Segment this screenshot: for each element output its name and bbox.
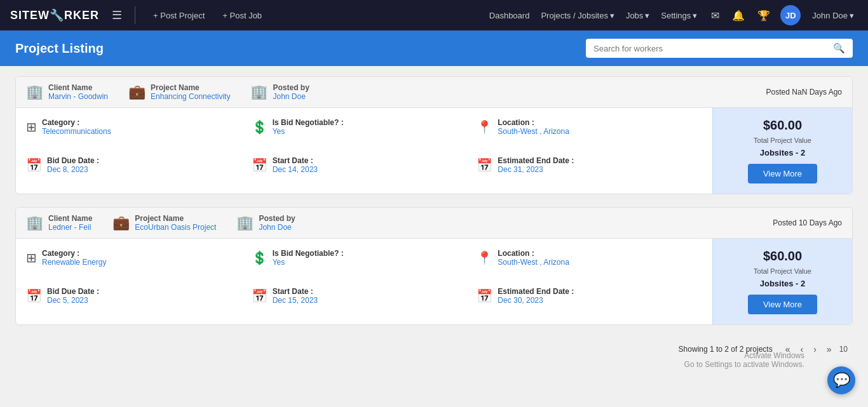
pin-icon: 📍	[477, 119, 492, 135]
project-value-1: $60.00	[763, 118, 802, 133]
calendar2-icon: 📅	[252, 157, 268, 173]
view-more-button-1[interactable]: View More	[748, 164, 817, 183]
search-icon: 🔍	[833, 43, 845, 54]
card-details-1: ⊞ Category : Telecommunications 💲 Is Bid…	[16, 108, 712, 194]
hamburger-icon[interactable]: ☰	[112, 8, 122, 22]
dollar-icon: 💲	[252, 119, 268, 135]
briefcase-icon: 💼	[128, 84, 146, 100]
last-page-button[interactable]: »	[824, 343, 834, 356]
project-value-2: $60.00	[763, 249, 802, 264]
post-job-button[interactable]: + Post Job	[217, 8, 267, 23]
calendar-icon-2: 📅	[26, 288, 42, 304]
grid-icon: ⊞	[26, 119, 37, 135]
pin-icon-2: 📍	[477, 250, 492, 265]
posted-ago-2: Posted 10 Days Ago	[773, 218, 842, 227]
avatar[interactable]: JD	[780, 5, 801, 25]
main-content: 🏢 Client Name Marvin - Goodwin 💼 Project…	[0, 66, 868, 371]
calendar3-icon-2: 📅	[477, 288, 492, 304]
nav-settings[interactable]: Settings ▾	[657, 8, 701, 23]
project-name-item-2: 💼 Project Name EcoUrban Oasis Project	[112, 214, 216, 232]
building-icon: 🏢	[26, 84, 43, 100]
showing-text: Showing 1 to 2 of 2 projects	[679, 345, 773, 354]
jobsites-label-1: Jobsites - 2	[760, 148, 806, 157]
logo[interactable]: SITEW🔧RKER	[10, 8, 99, 22]
posted-by-item-1: 🏢 Posted by John Doe	[250, 83, 309, 101]
user-name[interactable]: John Doe ▾	[808, 8, 858, 23]
posted-by-item-2: 🏢 Posted by John Doe	[236, 214, 295, 232]
project-card-2: 🏢 Client Name Ledner - Feil 💼 Project Na…	[15, 207, 853, 325]
briefcase-icon-2: 💼	[112, 215, 130, 231]
chevron-down-icon: ▾	[693, 11, 697, 20]
location-item-2: 📍 Location : South-West , Arizona	[477, 249, 702, 277]
trophy-icon[interactable]: 🏆	[755, 7, 773, 24]
logo-accent: 🔧	[50, 9, 64, 22]
view-more-button-2[interactable]: View More	[748, 295, 817, 314]
card-header-1: 🏢 Client Name Marvin - Goodwin 💼 Project…	[16, 77, 852, 108]
prev-page-button[interactable]: ‹	[798, 343, 806, 356]
posted-ago-1: Posted NaN Days Ago	[766, 88, 842, 97]
card-sidebar-2: $60.00 Total Project Value Jobsites - 2 …	[712, 239, 852, 324]
category-item-1: ⊞ Category : Telecommunications	[26, 118, 252, 146]
navbar: SITEW🔧RKER ☰ + Post Project + Post Job D…	[0, 0, 868, 30]
first-page-button[interactable]: «	[783, 343, 793, 356]
bell-icon[interactable]: 🔔	[729, 7, 747, 24]
post-project-button[interactable]: + Post Project	[148, 8, 210, 23]
search-bar: 🔍	[586, 39, 853, 58]
building2-icon: 🏢	[250, 84, 268, 100]
project-card-1: 🏢 Client Name Marvin - Goodwin 💼 Project…	[15, 76, 853, 194]
jobsites-label-2: Jobsites - 2	[760, 279, 806, 288]
project-name-item-1: 💼 Project Name Enhancing Connectivity	[128, 83, 230, 101]
total-label-1: Total Project Value	[754, 137, 811, 144]
pagination: Showing 1 to 2 of 2 projects « ‹ › » 10	[15, 338, 853, 361]
page-title: Project Listing	[15, 41, 586, 56]
calendar-icon: 📅	[26, 157, 42, 173]
chevron-down-icon: ▾	[645, 11, 649, 20]
bid-item-2: 💲 Is Bid Negotiable? : Yes	[252, 249, 477, 277]
chevron-down-icon: ▾	[610, 11, 614, 20]
end-date-item-2: 📅 Estimated End Date : Dec 30, 2023	[477, 287, 702, 315]
card-body-1: ⊞ Category : Telecommunications 💲 Is Bid…	[16, 108, 852, 194]
building-icon-2: 🏢	[26, 215, 43, 231]
location-item-1: 📍 Location : South-West , Arizona	[477, 118, 702, 146]
nav-dashboard[interactable]: Dashboard	[485, 8, 534, 23]
next-page-button[interactable]: ›	[811, 343, 819, 356]
bid-due-item-1: 📅 Bid Due Date : Dec 8, 2023	[26, 156, 252, 184]
total-label-2: Total Project Value	[754, 267, 811, 275]
nav-jobs[interactable]: Jobs ▾	[622, 8, 653, 23]
start-date-item-1: 📅 Start Date : Dec 14, 2023	[252, 156, 477, 184]
nav-links: Dashboard Projects / Jobsites ▾ Jobs ▾ S…	[485, 8, 702, 23]
page-count: 10	[839, 345, 848, 354]
dollar-icon-2: 💲	[252, 250, 268, 265]
bid-item-1: 💲 Is Bid Negotiable? : Yes	[252, 118, 477, 146]
start-date-item-2: 📅 Start Date : Dec 15, 2023	[252, 287, 477, 315]
category-item-2: ⊞ Category : Renewable Energy	[26, 249, 252, 277]
search-input[interactable]	[593, 44, 828, 53]
calendar2-icon-2: 📅	[252, 288, 268, 304]
calendar3-icon: 📅	[477, 157, 492, 173]
card-details-2: ⊞ Category : Renewable Energy 💲 Is Bid N…	[16, 239, 712, 324]
card-sidebar-1: $60.00 Total Project Value Jobsites - 2 …	[712, 108, 852, 194]
chevron-down-icon: ▾	[850, 11, 854, 20]
end-date-item-1: 📅 Estimated End Date : Dec 31, 2023	[477, 156, 702, 184]
grid-icon-2: ⊞	[26, 250, 37, 265]
page-header: Project Listing 🔍	[0, 30, 868, 66]
nav-projects[interactable]: Projects / Jobsites ▾	[537, 8, 618, 23]
building2-icon-2: 🏢	[236, 215, 254, 231]
client-name-item-1: 🏢 Client Name Marvin - Goodwin	[26, 83, 108, 101]
client-name-item-2: 🏢 Client Name Ledner - Feil	[26, 214, 92, 232]
card-body-2: ⊞ Category : Renewable Energy 💲 Is Bid N…	[16, 239, 852, 324]
bid-due-item-2: 📅 Bid Due Date : Dec 5, 2023	[26, 287, 252, 315]
mail-icon[interactable]: ✉	[709, 7, 722, 24]
navbar-divider	[135, 6, 135, 24]
card-header-2: 🏢 Client Name Ledner - Feil 💼 Project Na…	[16, 208, 852, 239]
